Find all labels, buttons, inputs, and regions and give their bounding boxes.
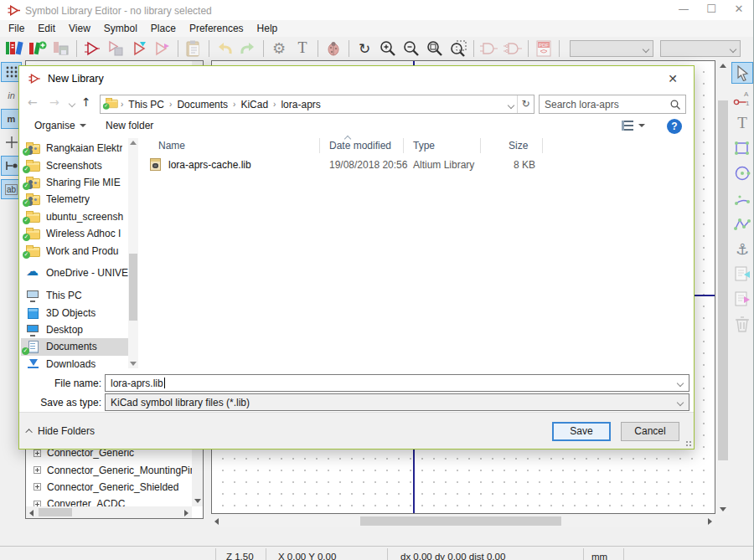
sidebar-item[interactable]: ubuntu_screensh	[21, 208, 128, 225]
sidebar-scrollbar[interactable]	[128, 138, 138, 368]
up-arrow-icon[interactable]: ↑	[81, 95, 91, 109]
unit-select-dropdown[interactable]	[660, 40, 741, 57]
new-folder-button[interactable]: New folder	[106, 120, 153, 131]
symbol-properties-gear-icon[interactable]: ⚙	[267, 38, 291, 59]
menu-item[interactable]: View	[62, 21, 97, 36]
anchor-tool-button[interactable]: ⚓	[731, 238, 753, 259]
back-arrow-icon[interactable]: ←	[28, 95, 38, 109]
cancel-button[interactable]: Cancel	[621, 422, 679, 441]
sidebar-item[interactable]: Wireless Adhoc I	[21, 225, 128, 242]
scrollbar-thumb[interactable]	[39, 508, 72, 516]
tree-row[interactable]: Connector_Generic_MountingPin	[27, 461, 191, 478]
save-as-type-dropdown[interactable]: KiCad symbol library files (*.lib)	[105, 393, 689, 411]
tree-row[interactable]: Connector_Generic_Shielded	[27, 479, 191, 496]
delete-tool-button[interactable]	[731, 313, 753, 335]
maximize-button[interactable]: ☐	[697, 0, 726, 20]
pin-tool-button[interactable]: A1	[731, 87, 753, 109]
export-pdf-icon[interactable]: PDF	[532, 38, 555, 59]
breadcrumb-item[interactable]: Documents	[173, 99, 231, 110]
menu-item[interactable]: Preferences	[183, 21, 250, 36]
organise-button[interactable]: Organise	[34, 120, 86, 131]
expand-plus-icon[interactable]	[34, 466, 41, 474]
column-header-date[interactable]: Date modified	[329, 140, 391, 152]
de-morgan-standard-icon[interactable]	[478, 38, 501, 59]
export-symbol-drawing-button[interactable]	[731, 288, 753, 310]
scroll-down-arrow-icon[interactable]	[720, 507, 726, 511]
scroll-right-arrow-icon[interactable]	[708, 518, 712, 525]
sidebar-item[interactable]: Sharing File MIE	[21, 174, 128, 191]
scroll-left-arrow-icon[interactable]	[29, 510, 34, 516]
recent-locations-chevron-icon[interactable]	[69, 100, 75, 107]
de-morgan-converted-icon[interactable]	[501, 38, 524, 59]
menu-item[interactable]: Help	[250, 21, 285, 36]
expand-plus-icon[interactable]	[34, 450, 41, 457]
select-tool-button[interactable]	[731, 62, 753, 84]
rectangle-tool-button[interactable]	[731, 137, 753, 159]
sidebar-item[interactable]: Desktop	[21, 321, 128, 338]
menu-item[interactable]: Edit	[31, 21, 62, 36]
address-history-chevron-icon[interactable]	[508, 102, 514, 109]
file-row[interactable]: lora-aprs-cache.lib 19/08/2018 20:56 Alt…	[142, 157, 687, 173]
minimize-button[interactable]: —	[669, 0, 698, 20]
address-bar[interactable]: › This PC › Documents › KiCad	[100, 95, 535, 114]
erc-bug-icon[interactable]	[322, 38, 345, 59]
scrollbar-thumb[interactable]	[129, 254, 137, 321]
menu-item[interactable]: Place	[144, 21, 183, 36]
zoom-fit-icon[interactable]	[423, 38, 447, 59]
breadcrumb-item[interactable]: lora-aprs	[277, 99, 323, 110]
menu-item[interactable]: Symbol	[97, 21, 144, 36]
resize-grip[interactable]	[685, 440, 692, 447]
scroll-left-arrow-icon[interactable]	[214, 518, 219, 525]
arc-tool-button[interactable]	[731, 188, 753, 209]
sidebar-item[interactable]: This PC	[21, 287, 128, 304]
refresh-icon[interactable]: ↻	[517, 95, 534, 113]
menu-item[interactable]: File	[2, 21, 31, 36]
new-library-icon[interactable]	[3, 38, 26, 59]
paste-icon[interactable]	[182, 38, 205, 59]
canvas-horizontal-scrollbar[interactable]	[211, 515, 715, 527]
symbol-select-dropdown[interactable]	[570, 40, 653, 57]
sidebar-item[interactable]: Work and Produ	[21, 242, 128, 259]
scrollbar-thumb[interactable]	[718, 100, 728, 460]
scroll-down-arrow-icon[interactable]	[130, 362, 137, 366]
sidebar-item[interactable]: OneDrive - UNIVE	[21, 265, 128, 281]
refresh-view-icon[interactable]: ↻	[353, 38, 376, 59]
redo-icon[interactable]	[236, 38, 260, 59]
scroll-right-arrow-icon[interactable]	[184, 510, 188, 516]
scroll-down-arrow-icon[interactable]	[194, 499, 201, 503]
scroll-up-arrow-icon[interactable]	[130, 141, 137, 145]
expand-plus-icon[interactable]	[34, 483, 41, 491]
forward-arrow-icon[interactable]: →	[49, 95, 59, 109]
change-view-button[interactable]	[622, 121, 645, 131]
sidebar-item[interactable]: 3D Objects	[21, 305, 128, 321]
circle-tool-button[interactable]	[731, 162, 753, 184]
canvas-vertical-scrollbar[interactable]	[716, 60, 730, 515]
zoom-to-selection-icon[interactable]	[447, 38, 470, 59]
save-symbol-icon[interactable]	[104, 38, 127, 59]
edit-field-text-icon[interactable]: T	[291, 38, 314, 59]
text-tool-button[interactable]: T	[731, 112, 753, 134]
breadcrumb-item[interactable]: KiCad	[237, 99, 271, 110]
help-button[interactable]: ?	[667, 119, 682, 134]
close-button[interactable]: ✕	[725, 0, 753, 20]
tree-horizontal-scrollbar[interactable]	[26, 506, 192, 518]
sidebar-item[interactable]: Documents	[21, 338, 128, 355]
zoom-out-icon[interactable]	[400, 38, 423, 59]
column-header-type[interactable]: Type	[413, 140, 435, 152]
sidebar-item[interactable]: Downloads	[21, 356, 128, 370]
search-input[interactable]	[545, 96, 666, 112]
breadcrumb-item[interactable]: This PC	[125, 99, 168, 110]
scroll-up-arrow-icon[interactable]	[720, 64, 726, 68]
add-library-icon[interactable]	[26, 38, 49, 59]
polyline-tool-button[interactable]	[731, 213, 753, 234]
hide-folders-button[interactable]: Hide Folders	[28, 425, 95, 437]
undo-icon[interactable]	[213, 38, 236, 59]
dialog-close-icon[interactable]: ✕	[662, 69, 684, 88]
import-symbol-drawing-button[interactable]	[731, 263, 753, 285]
sidebar-item[interactable]: Screenshots	[21, 157, 128, 173]
export-symbol-icon[interactable]	[151, 38, 174, 59]
save-library-icon[interactable]	[49, 38, 73, 59]
sidebar-item[interactable]: Telemetry	[21, 191, 128, 208]
sidebar-item[interactable]: Rangkaian Elektr	[21, 140, 128, 157]
column-header-name[interactable]: Name	[158, 140, 185, 152]
